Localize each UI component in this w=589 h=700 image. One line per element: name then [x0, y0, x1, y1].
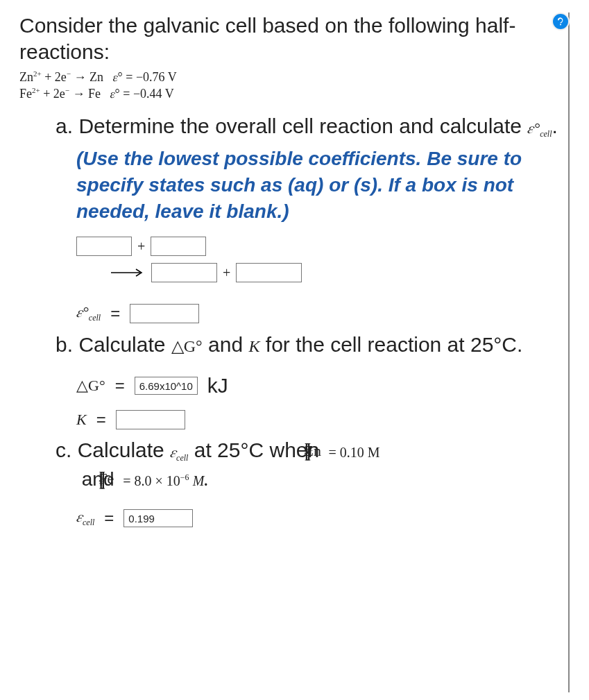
- part-a-letter: a.: [56, 114, 73, 137]
- arrow-icon: [111, 268, 146, 278]
- fe-value: = 8.0 × 10−6 M: [119, 473, 204, 488]
- half-reactions: Zn2+ + 2e− → Zn 𝜀° = −0.76 V Fe2+ + 2e− …: [19, 69, 561, 103]
- reactant-1-input[interactable]: [76, 237, 132, 256]
- reaction-row1: +: [56, 237, 561, 256]
- part-c-text1: Calculate: [78, 438, 170, 461]
- help-icon[interactable]: [552, 12, 570, 31]
- product-1-input[interactable]: [151, 263, 217, 282]
- part-b-and: and: [203, 333, 249, 356]
- K-label: K: [76, 411, 87, 429]
- K-row: K =: [56, 410, 561, 429]
- product-2-input[interactable]: [236, 263, 302, 282]
- K-symbol: K: [248, 337, 259, 355]
- question-mark-icon: [556, 17, 565, 26]
- part-c-letter: c.: [56, 438, 71, 461]
- intro-text: Consider the galvanic cell based on the …: [19, 12, 561, 65]
- ecell-input[interactable]: [130, 304, 199, 323]
- zn-value: = 0.10 M: [325, 445, 380, 460]
- kj-unit: kJ: [207, 374, 228, 398]
- delta-g-row: △G° = 6.69x10^10 kJ: [56, 374, 561, 398]
- ecell-symbol: 𝜀°cell: [527, 119, 552, 137]
- part-b-text1: Calculate: [78, 333, 171, 356]
- delta-g-input[interactable]: 6.69x10^10: [135, 377, 198, 395]
- delta-g-symbol: △G°: [171, 337, 203, 355]
- equals-sign-k: =: [92, 410, 110, 429]
- part-a: a. Determine the overall cell reaction a…: [56, 112, 561, 324]
- reactant-2-input[interactable]: [151, 237, 206, 256]
- ecell-symbol-c: 𝜀cell: [170, 443, 188, 461]
- part-a-text: Determine the overall cell reaction and …: [78, 114, 527, 137]
- reaction-row2: +: [56, 263, 561, 282]
- ecell-c-input[interactable]: 0.199: [123, 509, 193, 527]
- equals-sign-ec: =: [100, 509, 118, 528]
- ecell-label: 𝜀°cell: [76, 303, 101, 323]
- part-a-hint: (Use the lowest possible coefficients. B…: [56, 146, 561, 224]
- equals-sign-dg: =: [111, 376, 129, 395]
- K-input[interactable]: [116, 410, 185, 429]
- part-b: b. Calculate △G° and K for the cell reac…: [56, 331, 561, 430]
- part-b-tail: for the cell reaction at 25°C.: [259, 333, 522, 356]
- part-b-letter: b.: [56, 333, 73, 356]
- ecell-c-label: 𝜀cell: [76, 508, 94, 528]
- plus-sign-2: +: [223, 265, 230, 281]
- equals-sign: =: [106, 304, 124, 323]
- plus-sign: +: [137, 239, 145, 255]
- delta-g-label: △G°: [76, 377, 105, 395]
- ecell-row: 𝜀°cell =: [56, 303, 561, 323]
- part-c: c. Calculate 𝜀cell at 25°C when [Zn2+] =…: [56, 436, 561, 528]
- ecell-c-row: 𝜀cell = 0.199: [56, 508, 561, 528]
